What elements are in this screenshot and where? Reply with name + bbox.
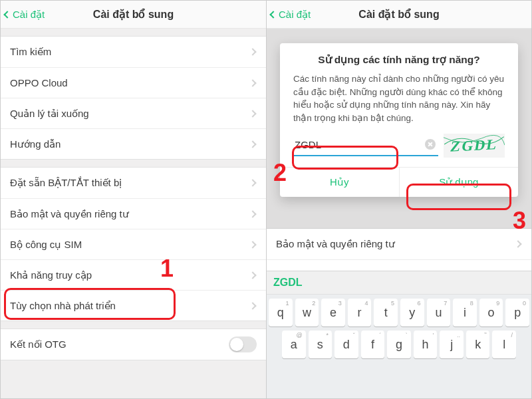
back-button[interactable]: Cài đặt	[1, 9, 45, 21]
row-search[interactable]: Tìm kiếm	[1, 37, 266, 67]
row-oppo-cloud[interactable]: OPPO Cloud	[1, 67, 266, 98]
confirm-button[interactable]: Sử dụng	[399, 168, 519, 197]
row-security[interactable]: Bảo mật và quyền riêng tư	[1, 198, 266, 229]
key-t[interactable]: 5t	[374, 299, 398, 327]
soft-keyboard: 1q2w3e4r5t6y7u8i9o0p @a*sˇd´f`g'h..j˜k/l	[267, 295, 531, 398]
key-s[interactable]: *s	[309, 331, 332, 358]
key-w[interactable]: 2w	[295, 299, 319, 327]
back-label: Cài đặt	[279, 9, 311, 21]
key-a[interactable]: @a	[282, 331, 306, 358]
row-schedule-power[interactable]: Đặt sẵn BẬT/TẮT thiết bị	[1, 168, 266, 198]
captcha-input-wrap	[293, 135, 438, 156]
chevron-right-icon	[249, 210, 256, 217]
row-security[interactable]: Bảo mật và quyền riêng tư	[267, 229, 531, 259]
key-y[interactable]: 6y	[400, 299, 424, 327]
key-f[interactable]: ´f	[361, 331, 385, 358]
key-r[interactable]: 4r	[348, 299, 372, 327]
chevron-right-icon	[514, 240, 521, 247]
chevron-right-icon	[249, 302, 256, 309]
keyboard-suggestion-bar: ZGDL	[267, 271, 531, 295]
key-k[interactable]: ˜k	[466, 331, 490, 358]
chevron-right-icon	[249, 140, 256, 148]
row-sim-toolkit[interactable]: Bộ công cụ SIM	[1, 229, 266, 259]
row-accessibility[interactable]: Khả năng truy cập	[1, 259, 266, 290]
toggle-otg[interactable]	[229, 336, 257, 352]
chevron-right-icon	[249, 271, 256, 279]
screen-left: Cài đặt Cài đặt bổ sung Tìm kiếm OPPO Cl…	[1, 1, 266, 398]
cancel-button[interactable]: Hủy	[280, 168, 399, 197]
row-downloads[interactable]: Quản lý tải xuống	[1, 98, 266, 128]
captcha-image: ZGDL	[444, 134, 505, 158]
key-u[interactable]: 7u	[427, 299, 451, 327]
chevron-left-icon	[3, 11, 11, 18]
chevron-left-icon	[269, 11, 277, 18]
chevron-right-icon	[249, 241, 256, 248]
accessibility-dialog: Sử dụng các tính năng trợ năng? Các tính…	[280, 43, 518, 197]
key-p[interactable]: 0p	[505, 299, 529, 327]
dialog-title: Sử dụng các tính năng trợ năng?	[280, 43, 518, 72]
key-o[interactable]: 9o	[479, 299, 503, 327]
back-button[interactable]: Cài đặt	[267, 9, 311, 21]
captcha-text: ZGDL	[444, 134, 505, 158]
dialog-body: Các tính năng này chỉ dành cho những ngư…	[280, 72, 518, 134]
chevron-right-icon	[249, 110, 256, 117]
captcha-input[interactable]	[293, 135, 438, 156]
key-j[interactable]: ..j	[440, 331, 464, 358]
settings-group-1: Tìm kiếm OPPO Cloud Quản lý tải xuống Hư…	[1, 36, 266, 160]
key-i[interactable]: 8i	[453, 299, 477, 327]
key-e[interactable]: 3e	[321, 299, 345, 327]
back-label: Cài đặt	[13, 9, 45, 21]
settings-group-2: Đặt sẵn BẬT/TẮT thiết bị Bảo mật và quyề…	[1, 167, 266, 321]
keyboard-suggestion[interactable]: ZGDL	[273, 277, 303, 289]
screen-right: Cài đặt Cài đặt bổ sung Bảo mật và quyền…	[266, 1, 531, 398]
key-h[interactable]: 'h	[414, 331, 438, 358]
settings-group-3: Kết nối OTG	[1, 329, 266, 360]
chevron-right-icon	[249, 179, 256, 186]
key-d[interactable]: ˇd	[334, 331, 358, 358]
key-q[interactable]: 1q	[269, 299, 293, 327]
key-g[interactable]: `g	[387, 331, 411, 358]
chevron-right-icon	[249, 48, 256, 55]
row-otg[interactable]: Kết nối OTG	[1, 329, 266, 360]
row-guide[interactable]: Hướng dẫn	[1, 128, 266, 159]
key-l[interactable]: /l	[492, 331, 516, 358]
row-developer-options[interactable]: Tùy chọn nhà phát triển	[1, 290, 266, 321]
chevron-right-icon	[249, 79, 256, 86]
dialog-buttons: Hủy Sử dụng	[280, 167, 518, 197]
header: Cài đặt Cài đặt bổ sung	[1, 1, 266, 29]
header: Cài đặt Cài đặt bổ sung	[267, 1, 531, 29]
